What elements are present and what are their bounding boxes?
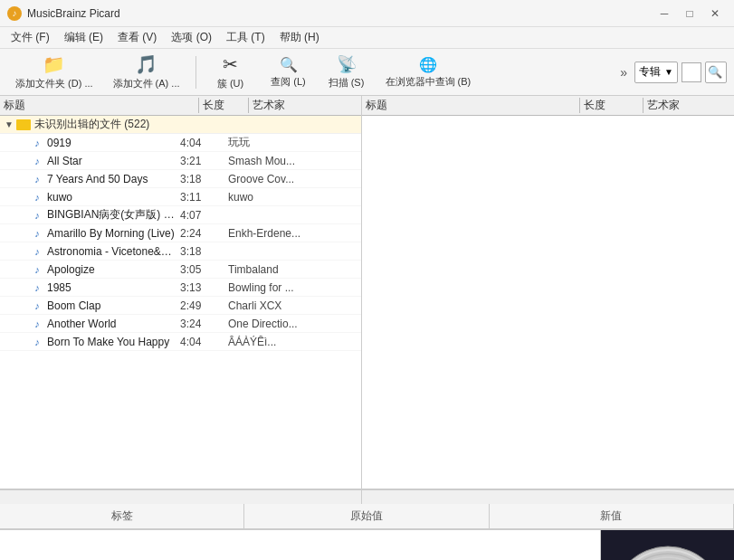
tab-tags[interactable]: 标签	[0, 504, 244, 528]
file-row[interactable]: ♪ kuwo 3:11 kuwo	[0, 188, 361, 206]
file-length: 4:04	[176, 336, 226, 348]
music-icon: ♪	[31, 155, 43, 167]
file-length: 3:18	[176, 245, 226, 258]
file-list-inner: ▼ 未识别出辑的文件 (522) ♪ 0919 4:04 玩玩 ♪ All St…	[0, 116, 361, 351]
file-length: 3:05	[176, 263, 226, 276]
file-row[interactable]: ♪ 0919 4:04 玩玩	[0, 134, 361, 152]
menu-edit[interactable]: 编辑 (E)	[57, 28, 110, 47]
right-panel: 标题 长度 艺术家	[362, 96, 734, 489]
music-icon: ♪	[31, 263, 43, 276]
music-icon: ♪	[31, 209, 43, 222]
window-controls: ─ □ ✕	[653, 5, 727, 23]
file-row[interactable]: ♪ Another World 3:24 One Directio...	[0, 315, 361, 333]
file-row[interactable]: ♪ Astronomia - Vicetone&Tony.... 3:18	[0, 242, 361, 261]
file-name: 7 Years And 50 Days	[47, 173, 176, 185]
file-name: Apologize	[47, 263, 176, 276]
file-artist: Enkh-Erdene...	[226, 227, 359, 240]
folder-label: 未识别出辑的文件 (522)	[34, 117, 359, 132]
menu-help[interactable]: 帮助 (H)	[272, 28, 327, 47]
add-files-icon: 🎵	[135, 53, 157, 75]
music-icon: ♪	[31, 137, 43, 149]
bottom-tabs-bar: 标签 原始值 新值	[0, 504, 734, 529]
cluster-button[interactable]: ✂ 簇 (U)	[204, 52, 258, 92]
left-hscroll[interactable]	[0, 490, 362, 504]
search-button[interactable]: 🔍	[705, 62, 727, 83]
main-area: 标题 长度 艺术家 ▼ 未识别出辑的文件 (522) ♪ 0919 4:04	[0, 96, 734, 489]
music-icon: ♪	[31, 173, 43, 185]
close-button[interactable]: ✕	[703, 5, 727, 23]
toolbar-separator-1	[195, 56, 196, 89]
right-col-length-label: 长度	[580, 98, 643, 113]
browser-icon: 🌐	[419, 56, 437, 73]
scan-icon: 📡	[337, 54, 357, 74]
left-panel: 标题 长度 艺术家 ▼ 未识别出辑的文件 (522) ♪ 0919 4:04	[0, 96, 362, 489]
toolbar-more-button[interactable]: »	[616, 63, 631, 81]
file-list[interactable]: ▼ 未识别出辑的文件 (522) ♪ 0919 4:04 玩玩 ♪ All St…	[0, 116, 361, 489]
minimize-button[interactable]: ─	[653, 5, 676, 23]
hscroll-row	[0, 489, 734, 504]
file-name: Boom Clap	[47, 299, 176, 312]
maximize-button[interactable]: □	[678, 5, 701, 23]
file-name: BINGBIAN病变(女声版) - 我文婷	[47, 207, 176, 223]
menu-options[interactable]: 选项 (O)	[164, 28, 219, 47]
add-folder-button[interactable]: 📁 添加文件夹 (D) ...	[7, 52, 101, 92]
toolbar-right: » 专辑 ▼ 🔍	[616, 62, 727, 83]
right-col-artist-label: 艺术家	[643, 98, 734, 113]
menu-tools[interactable]: 工具 (T)	[219, 28, 272, 47]
file-length: 4:07	[176, 209, 226, 222]
file-row[interactable]: ♪ All Star 3:21 Smash Mou...	[0, 152, 361, 170]
menu-file[interactable]: 文件 (F)	[4, 28, 57, 47]
right-col-header: 标题 长度 艺术家	[362, 96, 734, 116]
add-files-label: 添加文件 (A) ...	[113, 77, 180, 90]
cd-image-area	[600, 530, 734, 560]
app-icon: ♪	[7, 6, 22, 21]
add-folder-icon: 📁	[43, 53, 65, 75]
file-row[interactable]: ♪ BINGBIAN病变(女声版) - 我文婷 4:07	[0, 206, 361, 224]
tag-values-area	[0, 530, 600, 560]
col-title-label: 标题	[0, 98, 199, 113]
menu-bar: 文件 (F) 编辑 (E) 查看 (V) 选项 (O) 工具 (T) 帮助 (H…	[0, 27, 734, 49]
file-row[interactable]: ♪ Amarillo By Morning (Live) 2:24 Enkh-E…	[0, 224, 361, 242]
tab-original[interactable]: 原始值	[244, 504, 489, 528]
file-row[interactable]: ♪ Boom Clap 2:49 Charli XCX	[0, 297, 361, 315]
checkbox-albums[interactable]	[682, 62, 701, 82]
right-file-list[interactable]	[362, 116, 734, 489]
file-row[interactable]: ♪ Apologize 3:05 Timbaland	[0, 261, 361, 279]
music-icon: ♪	[31, 299, 43, 312]
unrecognized-folder[interactable]: ▼ 未识别出辑的文件 (522)	[0, 116, 361, 134]
add-files-button[interactable]: 🎵 添加文件 (A) ...	[105, 52, 188, 92]
left-col-header: 标题 长度 艺术家	[0, 96, 361, 116]
cd-disc-image	[609, 544, 727, 561]
file-length: 4:04	[176, 137, 226, 149]
file-row[interactable]: ♪ 7 Years And 50 Days 3:18 Groove Cov...	[0, 170, 361, 188]
file-name: Born To Make You Happy	[47, 336, 176, 348]
file-artist: kuwo	[226, 191, 359, 204]
file-name: Amarillo By Morning (Live)	[47, 227, 176, 240]
tree-toggle-icon: ▼	[2, 119, 16, 129]
menu-view[interactable]: 查看 (V)	[110, 28, 164, 47]
cluster-label: 簇 (U)	[217, 77, 243, 90]
lookup-button[interactable]: 🔍 查阅 (L)	[262, 52, 316, 92]
browser-label: 在浏览器中查询 (B)	[386, 75, 472, 89]
window-title: MusicBrainz Picard	[27, 7, 653, 20]
file-row[interactable]: ♪ Born To Make You Happy 4:04 ÂÁÀÝÊì...	[0, 333, 361, 351]
file-length: 3:24	[176, 318, 226, 330]
right-hscroll[interactable]	[362, 490, 734, 504]
lookup-label: 查阅 (L)	[271, 75, 306, 89]
file-length: 3:11	[176, 191, 226, 204]
music-icon: ♪	[31, 281, 43, 294]
file-artist: Groove Cov...	[226, 173, 359, 185]
scan-button[interactable]: 📡 扫描 (S)	[319, 52, 374, 92]
tab-new[interactable]: 新值	[490, 504, 734, 528]
file-artist: Bowling for ...	[226, 281, 359, 294]
file-artist: ÂÁÀÝÊì...	[226, 336, 359, 348]
add-folder-label: 添加文件夹 (D) ...	[15, 77, 93, 90]
file-artist: One Directio...	[226, 318, 359, 330]
file-artist: Charli XCX	[226, 299, 359, 312]
file-row[interactable]: ♪ 1985 3:13 Bowling for ...	[0, 279, 361, 297]
file-name: 1985	[47, 281, 176, 294]
album-track-dropdown[interactable]: 专辑 ▼	[634, 62, 678, 83]
dropdown-arrow-icon: ▼	[664, 67, 673, 77]
browser-lookup-button[interactable]: 🌐 在浏览器中查询 (B)	[377, 52, 480, 92]
lookup-icon: 🔍	[280, 56, 298, 73]
